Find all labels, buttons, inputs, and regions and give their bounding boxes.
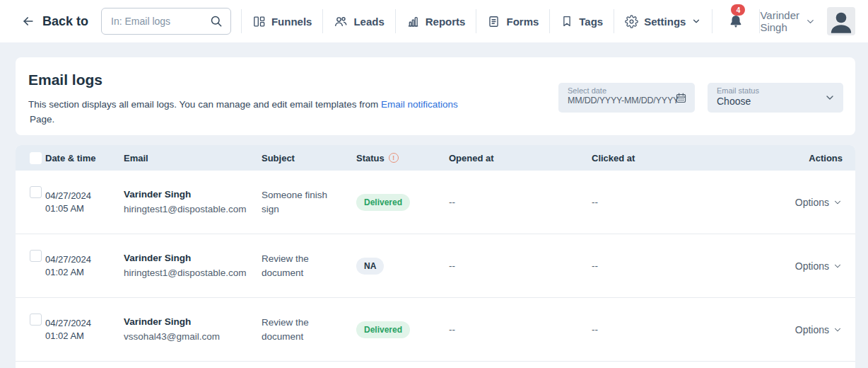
table-row: 04/27/202401:02 AM Varinder Singhhiringt… <box>16 234 855 298</box>
options-label: Options <box>795 197 829 208</box>
cell-status: Delivered <box>356 194 449 211</box>
nav-item-settings[interactable]: Settings <box>614 15 712 28</box>
email-logs-table: Date & time Email Subject Status! Opened… <box>16 145 855 368</box>
column-header-opened: Opened at <box>449 153 592 163</box>
sender-name: Varinder Singh <box>124 316 262 327</box>
calendar-icon <box>675 92 687 104</box>
nav-item-leads[interactable]: Leads <box>323 14 394 28</box>
nav-item-forms[interactable]: Forms <box>476 15 549 28</box>
user-menu[interactable]: Varinder Singh <box>760 9 816 33</box>
column-header-status: Status! <box>356 153 449 163</box>
cell-status: NA <box>356 258 449 275</box>
time-value: 01:02 AM <box>45 267 84 277</box>
nav-label: Forms <box>506 16 539 28</box>
cell-subject: Review the document <box>262 316 329 344</box>
chevron-down-icon <box>805 16 816 27</box>
status-badge: NA <box>356 258 384 275</box>
search-box <box>101 8 231 35</box>
cell-status: Delivered <box>356 321 449 338</box>
topbar: Back to Funnels Leads Reports <box>0 0 868 42</box>
arrow-left-icon <box>21 14 35 28</box>
info-icon[interactable]: ! <box>389 153 399 163</box>
nav-label: Reports <box>426 16 466 28</box>
forms-icon <box>487 15 500 28</box>
status-filter-label: Email status <box>717 86 835 95</box>
row-checkbox[interactable] <box>30 186 42 198</box>
chevron-down-icon <box>691 16 701 26</box>
settings-gear-icon <box>625 15 638 28</box>
email-notifications-link[interactable]: Email notifications <box>381 99 458 110</box>
date-range-filter[interactable]: Select date MM/DD/YYYY-MM/DD/YYYY <box>558 83 695 113</box>
column-header-date: Date & time <box>45 153 124 163</box>
cell-opened-at: -- <box>449 324 592 335</box>
table-row: 04/27/202401:05 AM Varinder Singhhiringt… <box>16 171 855 234</box>
notifications-button[interactable]: 4 <box>712 13 759 30</box>
avatar[interactable] <box>827 7 855 35</box>
cell-date-time: 04/27/202401:02 AM <box>45 253 96 279</box>
column-header-subject: Subject <box>262 153 356 163</box>
date-value: 04/27/2024 <box>45 190 91 201</box>
notification-count-badge: 4 <box>731 4 745 16</box>
select-all-checkbox[interactable] <box>30 152 42 164</box>
nav-item-reports[interactable]: Reports <box>396 15 476 28</box>
description-text: Page. <box>28 112 481 127</box>
main-nav: Funnels Leads Reports Forms <box>241 0 761 42</box>
nav-label: Funnels <box>271 16 312 28</box>
funnels-icon <box>252 15 266 28</box>
cell-clicked-at: -- <box>592 324 786 335</box>
time-value: 01:05 AM <box>45 203 84 214</box>
chevron-down-icon <box>824 92 835 103</box>
sender-email: hiringtest1@dispostable.com <box>124 268 247 278</box>
cell-email: Varinder Singhvssohal43@gmail.com <box>124 316 262 343</box>
leads-icon <box>334 14 348 28</box>
nav-item-tags[interactable]: Tags <box>550 15 614 28</box>
email-status-filter[interactable]: Email status Choose <box>708 83 843 113</box>
back-button[interactable]: Back to <box>21 14 88 29</box>
cell-date-time: 04/27/202401:05 AM <box>45 190 96 215</box>
date-filter-label: Select date <box>568 86 686 95</box>
cell-email: Varinder Singhhiringtest1@dispostable.co… <box>124 189 262 215</box>
cell-subject: Someone finish sign <box>262 188 329 217</box>
nav-label: Settings <box>644 16 686 28</box>
options-button[interactable]: Options <box>786 324 843 335</box>
status-header-label: Status <box>356 153 385 163</box>
tags-icon <box>561 15 573 28</box>
cell-opened-at: -- <box>449 260 592 271</box>
options-button[interactable]: Options <box>786 260 843 272</box>
search-icon[interactable] <box>209 14 223 28</box>
cell-email: Varinder Singhhiringtest1@dispostable.co… <box>124 253 262 279</box>
sender-name: Varinder Singh <box>124 189 262 200</box>
row-checkbox[interactable] <box>30 250 42 262</box>
date-value: 04/27/2024 <box>45 318 91 328</box>
status-badge: Delivered <box>356 194 410 211</box>
options-button[interactable]: Options <box>786 197 843 208</box>
cell-date-time: 04/27/202401:02 AM <box>45 317 96 343</box>
back-label: Back to <box>42 14 88 29</box>
description-text: This section displays all email logs. Yo… <box>28 99 381 110</box>
table-row: 04/27/202401:02 AM Varinder Singhvssohal… <box>16 298 855 362</box>
options-label: Options <box>795 260 829 272</box>
cell-opened-at: -- <box>449 197 592 207</box>
chevron-down-icon <box>833 197 843 207</box>
page-description: This section displays all email logs. Yo… <box>28 97 481 127</box>
status-filter-value: Choose <box>717 96 835 107</box>
chevron-down-icon <box>833 261 843 271</box>
cell-subject: Review the document <box>262 252 329 280</box>
column-header-actions: Actions <box>786 153 843 163</box>
email-logs-header-panel: Email logs This section displays all ema… <box>16 57 855 135</box>
sender-email: hiringtest1@dispostable.com <box>124 204 247 214</box>
options-label: Options <box>795 324 829 335</box>
cell-clicked-at: -- <box>592 260 786 271</box>
sender-email: vssohal43@gmail.com <box>124 331 220 342</box>
table-header-row: Date & time Email Subject Status! Opened… <box>16 145 855 171</box>
nav-item-funnels[interactable]: Funnels <box>242 15 323 28</box>
row-checkbox[interactable] <box>30 314 42 326</box>
cell-clicked-at: -- <box>592 197 786 207</box>
column-header-clicked: Clicked at <box>592 153 786 163</box>
user-name: Varinder Singh <box>760 9 799 33</box>
time-value: 01:02 AM <box>45 330 84 341</box>
nav-label: Tags <box>579 16 603 28</box>
reports-icon <box>406 15 420 28</box>
date-value: 04/27/2024 <box>45 254 91 265</box>
date-filter-value: MM/DD/YYYY-MM/DD/YYYY <box>568 96 686 105</box>
